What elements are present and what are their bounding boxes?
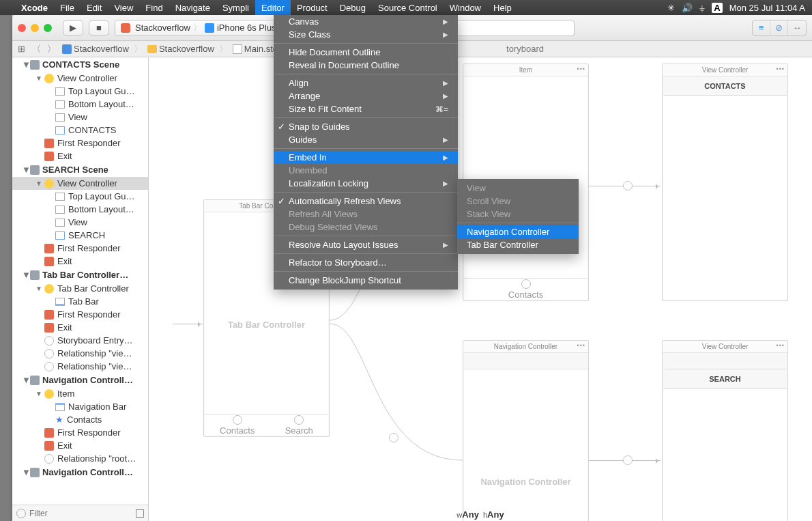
outline-row[interactable]: Exit [12, 439, 148, 452]
menubar-item-navigate[interactable]: Navigate [169, 0, 216, 15]
menu-item[interactable]: Change BlockJump Shortcut [274, 274, 458, 287]
outline-group[interactable]: ▼Tab Bar Controller… [12, 268, 148, 282]
outline-row[interactable]: ★Contacts [12, 413, 148, 426]
run-button[interactable]: ▶ [63, 20, 83, 36]
vc-header-label: SEARCH [663, 369, 787, 389]
outline-row[interactable]: First Responder [12, 242, 148, 255]
outline-row[interactable]: SEARCH [12, 229, 148, 242]
menubar-clock[interactable]: Mon 25 Jul 11:04 A [729, 3, 805, 13]
keyboard-layout[interactable]: A [712, 3, 722, 13]
menu-item[interactable]: ✓Automatically Refresh Views [274, 195, 458, 208]
outline-row[interactable]: Top Layout Gu… [12, 190, 148, 203]
scene-menu-icon[interactable]: ••• [777, 342, 785, 349]
segue-icon[interactable] [389, 433, 398, 442]
submenu-item: View [457, 182, 579, 195]
stop-button[interactable]: ■ [89, 20, 109, 36]
outline-row[interactable]: Exit [12, 255, 148, 268]
wifi-icon[interactable]: ⏚ [699, 3, 705, 13]
menubar-item-edit[interactable]: Edit [81, 0, 108, 15]
outline-row[interactable]: ▼Tab Bar Controller [12, 282, 148, 295]
scheme-selector[interactable]: Stackoverflow 〉 iPhone 6s Plus [115, 20, 282, 36]
menubar-item-debug[interactable]: Debug [334, 0, 372, 15]
filter-input[interactable] [29, 509, 132, 518]
crumb-folder[interactable]: Stackoverflow [159, 44, 214, 54]
outline-row[interactable]: View [12, 111, 148, 124]
menu-item[interactable]: Embed In▶ [274, 151, 458, 164]
outline-row[interactable]: Relationship "vie… [12, 360, 148, 373]
status-icon[interactable]: ✳︎ [667, 3, 675, 13]
outline-row[interactable]: First Responder [12, 426, 148, 439]
menu-item[interactable]: Localization Locking▶ [274, 177, 458, 190]
ex-icon [44, 257, 54, 266]
scene-vc-contacts[interactable]: View Controller ••• CONTACTS [662, 64, 788, 301]
outline-group[interactable]: ▼Navigation Controll… [12, 373, 148, 387]
menubar-app[interactable]: Xcode [15, 0, 54, 15]
scene-menu-icon[interactable]: ••• [577, 66, 585, 72]
crumb-project[interactable]: Stackoverflow [74, 44, 129, 54]
menu-item[interactable]: Hide Document Outline [274, 46, 458, 59]
forward-icon[interactable]: 〉 [45, 43, 57, 55]
menubar-item-sympli[interactable]: Sympli [216, 0, 255, 15]
editor-menu[interactable]: Canvas▶Size Class▶Hide Document OutlineR… [274, 15, 458, 290]
outline-row[interactable]: ▼Item [12, 387, 148, 400]
storyboard-canvas[interactable]: Tab Bar Controller ••• Tab Bar Controlle… [149, 57, 812, 521]
menubar-item-help[interactable]: Help [487, 0, 518, 15]
menu-item[interactable]: Guides▶ [274, 133, 458, 146]
segue-icon[interactable] [623, 181, 633, 191]
menu-item[interactable]: Size to Fit Content⌘= [274, 102, 458, 115]
outline-row[interactable]: ▼View Controller [12, 177, 148, 190]
menubar-item-source-control[interactable]: Source Control [372, 0, 444, 15]
scene-menu-icon[interactable]: ••• [777, 66, 785, 72]
outline-row[interactable]: CONTACTS [12, 124, 148, 137]
outline-row[interactable]: Relationship "vie… [12, 347, 148, 360]
minimize-icon[interactable] [31, 24, 39, 32]
menubar-item-view[interactable]: View [108, 0, 139, 15]
menu-item[interactable]: Canvas▶ [274, 15, 458, 28]
menu-item[interactable]: Size Class▶ [274, 28, 458, 41]
size-class-indicator[interactable]: wAny hAny [456, 509, 504, 520]
outline-row[interactable]: Bottom Layout… [12, 203, 148, 216]
menu-item[interactable]: Reveal in Document Outline [274, 59, 458, 72]
outline-row[interactable]: Exit [12, 150, 148, 163]
outline-row[interactable]: First Responder [12, 137, 148, 150]
outline-group[interactable]: ▼SEARCH Scene [12, 163, 148, 177]
scene-menu-icon[interactable]: ••• [577, 342, 585, 349]
outline-row[interactable]: Navigation Bar [12, 400, 148, 413]
zoom-icon[interactable] [44, 24, 52, 32]
outline-row[interactable]: Top Layout Gu… [12, 85, 148, 98]
scene-vc-search[interactable]: View Controller ••• SEARCH [662, 340, 788, 521]
menu-item[interactable]: ✓Snap to Guides [274, 120, 458, 133]
outline-row[interactable]: ▼View Controller [12, 72, 148, 85]
related-items-icon[interactable]: ⊞ [15, 44, 27, 54]
outline-row[interactable]: View [12, 216, 148, 229]
outline-row[interactable]: Exit [12, 321, 148, 334]
outline-row[interactable]: First Responder [12, 308, 148, 321]
filter-icon[interactable] [16, 509, 26, 518]
submenu-item[interactable]: Tab Bar Controller [457, 238, 579, 251]
outline-row[interactable]: Tab Bar [12, 295, 148, 308]
menubar-item-editor[interactable]: Editor [255, 0, 291, 15]
outline-group[interactable]: ▼Navigation Controll… [12, 465, 148, 479]
menubar-item-file[interactable]: File [54, 0, 81, 15]
menubar-item-window[interactable]: Window [444, 0, 487, 15]
menu-item[interactable]: Resolve Auto Layout Issues▶ [274, 238, 458, 251]
outline-toggle-icon[interactable] [136, 509, 144, 518]
dock[interactable] [0, 15, 12, 521]
speaker-icon[interactable]: 🔊 [682, 3, 693, 13]
back-icon[interactable]: 〈 [30, 43, 42, 55]
menubar-item-find[interactable]: Find [139, 0, 169, 15]
menu-item[interactable]: Arrange▶ [274, 89, 458, 102]
outline-group[interactable]: ▼CONTACTS Scene [12, 57, 148, 72]
editor-mode-segment[interactable]: ≡⊘↔ [752, 20, 807, 36]
scene-navcontroller-bottom[interactable]: Navigation Controller ••• Navigation Con… [463, 340, 589, 521]
embed-in-submenu[interactable]: ViewScroll ViewStack ViewNavigation Cont… [457, 179, 579, 254]
close-icon[interactable] [18, 24, 26, 32]
menubar-item-product[interactable]: Product [291, 0, 334, 15]
submenu-item[interactable]: Navigation Controller [457, 225, 579, 238]
outline-row[interactable]: Storyboard Entry… [12, 334, 148, 347]
outline-row[interactable]: Relationship "root… [12, 452, 148, 465]
outline-row[interactable]: Bottom Layout… [12, 98, 148, 111]
menu-item[interactable]: Align▶ [274, 76, 458, 89]
segue-icon[interactable] [623, 455, 633, 465]
menu-item[interactable]: Refactor to Storyboard… [274, 256, 458, 269]
